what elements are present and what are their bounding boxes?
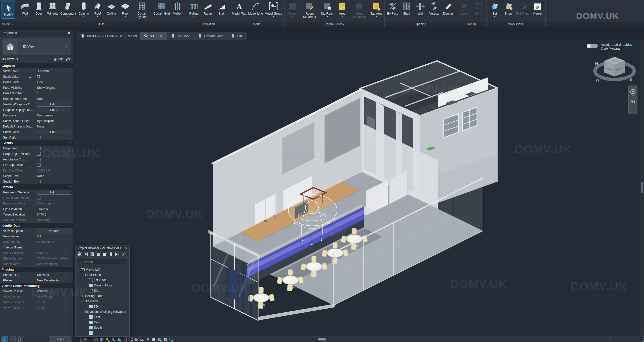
section-header-phasing[interactable]: Phasing⌃ bbox=[0, 267, 73, 272]
ribbon-button-ref-plane[interactable]: Ref Plane bbox=[515, 1, 530, 15]
compass-east-label[interactable]: E bbox=[631, 61, 634, 65]
ribbon-button-window[interactable]: Window bbox=[46, 1, 59, 15]
section-header-graphics[interactable]: Graphics⌃ bbox=[0, 63, 73, 68]
sort-descending-button[interactable]: ZA bbox=[17, 336, 23, 342]
tree-item-floor-plans[interactable]: −Floor Plans bbox=[77, 272, 129, 277]
ribbon-button-grid[interactable]: Grid bbox=[471, 1, 485, 15]
property-value[interactable]: Orthographic bbox=[35, 201, 73, 206]
ribbon-button-room[interactable]: Room▾ bbox=[286, 1, 299, 18]
families-tab-icon[interactable] bbox=[108, 251, 114, 257]
tree-item-ceiling-plans[interactable]: +Ceiling Plans bbox=[77, 293, 129, 298]
ribbon-button-vertical[interactable]: Vertical bbox=[427, 1, 441, 15]
property-value[interactable]: Fine bbox=[35, 79, 73, 85]
view-scale-button[interactable]: 1 : 75 bbox=[79, 338, 92, 341]
scroll-down-icon[interactable]: ˅ bbox=[640, 333, 644, 336]
tree-item-north[interactable]: North bbox=[77, 320, 129, 325]
tree-item-3d-views[interactable]: −3D Views bbox=[77, 298, 129, 304]
property-value[interactable]: 304800.0 bbox=[35, 168, 73, 173]
sun-path-icon[interactable] bbox=[105, 337, 110, 342]
scroll-up-icon[interactable]: ˄ bbox=[640, 40, 644, 43]
section-collapse-icon[interactable]: ⌃ bbox=[69, 268, 71, 271]
reveal-hidden-elements-icon[interactable] bbox=[146, 337, 150, 342]
property-edit-button[interactable]: Edit... bbox=[37, 130, 71, 134]
property-value[interactable]: <None> bbox=[35, 250, 73, 255]
property-edit-button[interactable]: <None> bbox=[37, 229, 71, 233]
crop-region-icon[interactable] bbox=[128, 337, 133, 342]
project-browser-close-icon[interactable]: ✕ bbox=[125, 246, 128, 250]
vertical-scroll-thumb[interactable] bbox=[641, 182, 643, 193]
property-value[interactable] bbox=[35, 245, 73, 250]
navigation-bar-close-icon[interactable]: ✕ bbox=[634, 86, 637, 89]
property-value[interactable]: New Construction bbox=[35, 278, 73, 283]
section-header-identity-data[interactable]: Identity Data⌃ bbox=[0, 223, 73, 228]
ribbon-button-by-face[interactable]: By Face bbox=[386, 1, 399, 15]
section-header-extents[interactable]: Extents⌃ bbox=[0, 140, 73, 146]
property-edit-button[interactable]: Edit... bbox=[37, 102, 71, 107]
property-value[interactable]: Custom bbox=[35, 68, 73, 74]
links-tab-icon[interactable] bbox=[120, 251, 126, 257]
analytical-model-icon[interactable] bbox=[163, 337, 168, 342]
view-tab-3d[interactable]: 3D✕ bbox=[140, 32, 167, 40]
property-value[interactable]: 1 bbox=[35, 91, 73, 96]
ribbon-button-shaft[interactable]: Shaft bbox=[400, 1, 413, 15]
property-value[interactable] bbox=[35, 195, 73, 200]
view-tab-1st-floor[interactable]: 1st Floor bbox=[167, 32, 194, 40]
ribbon-button-column[interactable]: Column▾ bbox=[77, 1, 91, 18]
ribbon-button-viewer[interactable]: Viewer bbox=[531, 1, 544, 15]
sort-ascending-button[interactable]: AZ bbox=[9, 336, 16, 342]
view-cube-body[interactable]: TOP LEFT FRONT bbox=[604, 57, 625, 76]
compass-west-label[interactable]: W bbox=[596, 78, 599, 82]
property-value[interactable] bbox=[35, 151, 73, 156]
ribbon-button-area-boundary[interactable]: Area Boundary bbox=[349, 1, 369, 19]
checkbox[interactable] bbox=[37, 196, 41, 200]
type-selector[interactable]: 3D View ▼ bbox=[2, 38, 71, 55]
tree-expander-icon[interactable]: − bbox=[81, 310, 84, 313]
vertical-scrollbar[interactable]: ˄ ˅ bbox=[640, 40, 644, 336]
ribbon-button-wall[interactable]: Wall bbox=[414, 1, 427, 15]
properties-close-icon[interactable]: ✕ bbox=[68, 31, 70, 35]
checkbox[interactable] bbox=[37, 180, 41, 183]
tree-item-views-all[interactable]: −Views (all) bbox=[77, 267, 129, 272]
temporary-view-properties-icon[interactable] bbox=[151, 337, 156, 342]
section-collapse-icon[interactable]: ⌃ bbox=[69, 186, 71, 188]
shadows-icon[interactable] bbox=[111, 337, 115, 342]
property-value[interactable]: None bbox=[35, 124, 73, 129]
property-value[interactable]: 11336.4 bbox=[35, 206, 73, 211]
home-tab-icon[interactable] bbox=[76, 251, 82, 257]
zoom-tool-icon[interactable] bbox=[630, 99, 636, 104]
ribbon-button-area[interactable]: Area▾ bbox=[335, 1, 349, 18]
tree-expander-icon[interactable]: − bbox=[81, 273, 84, 276]
view-tab-xx-xx-xx-xxx-dr-a-001-refurbi[interactable]: XX-XX-XX-XXX-DR-A-001 - Refurbi... bbox=[76, 32, 140, 40]
property-value[interactable]: View Origin bbox=[35, 294, 73, 299]
section-collapse-icon[interactable]: ⌃ bbox=[69, 285, 71, 287]
reveal-constraints-icon[interactable] bbox=[169, 337, 173, 342]
status-expand-icon[interactable]: › bbox=[610, 337, 611, 341]
crop-view-icon[interactable] bbox=[123, 337, 127, 342]
property-value[interactable]: None bbox=[35, 96, 73, 101]
ribbon-button-roof[interactable]: Roof▾ bbox=[91, 1, 104, 18]
property-value[interactable]: Show Original bbox=[35, 85, 73, 90]
tree-expander-icon[interactable]: − bbox=[77, 268, 80, 271]
checkbox[interactable] bbox=[37, 136, 41, 139]
section-collapse-icon[interactable]: ⌃ bbox=[69, 142, 71, 144]
tree-item-clipped[interactable] bbox=[77, 330, 129, 335]
tree-item-east[interactable]: East bbox=[77, 314, 129, 320]
sheets-tab-icon[interactable] bbox=[102, 251, 107, 257]
ribbon-button-ceiling[interactable]: Ceiling bbox=[105, 1, 118, 15]
checkbox[interactable] bbox=[37, 158, 41, 161]
property-value[interactable] bbox=[35, 135, 73, 140]
tree-item-ground-floor[interactable]: Ground Floor bbox=[77, 283, 129, 288]
browser-search-input[interactable]: ⌕ Search bbox=[77, 259, 128, 265]
locked-3d-view-icon[interactable] bbox=[134, 337, 139, 342]
property-value[interactable]: 131.5 bbox=[35, 305, 73, 310]
zoom-dropdown-icon[interactable]: ▾ bbox=[632, 104, 634, 106]
ribbon-button-component[interactable]: Component▾ bbox=[60, 1, 77, 18]
view-cube[interactable]: N E S W TOP LEFT FRONT bbox=[588, 52, 641, 87]
horizontal-scroll-thumb[interactable] bbox=[318, 338, 326, 340]
section-collapse-icon[interactable]: ⌃ bbox=[69, 224, 71, 227]
property-value[interactable]: Coordination bbox=[35, 113, 73, 118]
ribbon-button-dormer[interactable]: Dormer bbox=[441, 1, 455, 15]
associate-parameter-button[interactable] bbox=[2, 336, 8, 342]
project-browser-header[interactable]: Project Browser - VIENNA CAFE... ✕ bbox=[76, 245, 129, 251]
property-value[interactable] bbox=[35, 157, 73, 162]
